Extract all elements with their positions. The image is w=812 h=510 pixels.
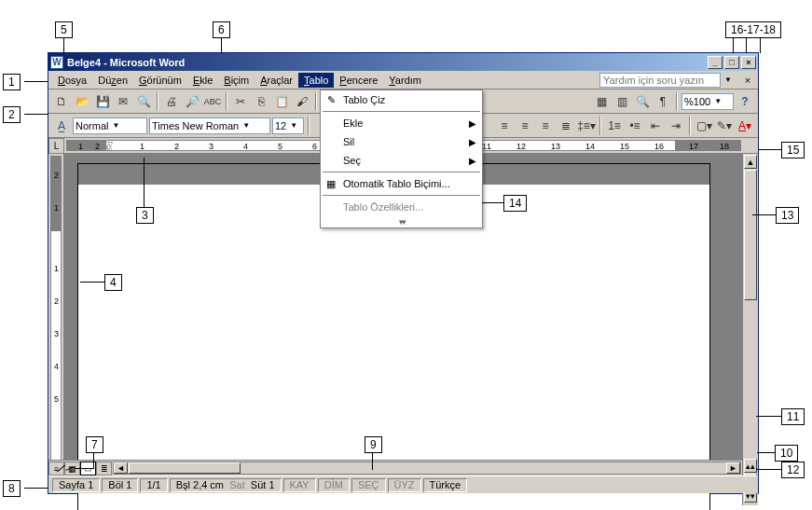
borders-icon[interactable]: ▢▾ (695, 117, 713, 135)
menu-araclar[interactable]: Araçlar (255, 73, 298, 88)
cut-icon[interactable]: ✂ (231, 92, 250, 111)
doc-map-icon[interactable]: 🔍 (633, 92, 652, 111)
annotation-9: 9 (365, 436, 382, 453)
open-icon[interactable]: 📂 (73, 92, 91, 111)
menu-pencere[interactable]: Pencere (334, 73, 383, 88)
menu-tablo[interactable]: Tablo (298, 73, 334, 88)
menu-item-sec[interactable]: Seç ▶ (321, 151, 482, 170)
print-preview-icon[interactable]: 🔎 (183, 92, 201, 111)
copy-icon[interactable]: ⎘ (252, 92, 270, 111)
font-value: Times New Roman (152, 120, 239, 131)
menu-item-tablo-ciz[interactable]: ✎ Tablo Çiz (321, 90, 482, 109)
annotation-5: 5 (55, 21, 73, 38)
status-position: Bşl 2,4 cm Sat Süt 1 (170, 478, 282, 492)
menu-gorunum[interactable]: Görünüm (133, 73, 187, 88)
app-window: W Belge4 - Microsoft Word _ □ × Dosya Dü… (48, 52, 759, 494)
zoom-value: %100 (684, 96, 710, 107)
menu-item-otomatik-tablo-bicimi[interactable]: ▦ Otomatik Tablo Biçimi... (321, 174, 482, 193)
left-indent-box-icon: ▫ (104, 143, 108, 151)
mail-icon[interactable]: ✉ (114, 92, 132, 111)
scroll-thumb[interactable] (744, 170, 757, 300)
help-search-input[interactable] (599, 73, 721, 88)
new-icon[interactable]: 🗋 (52, 92, 71, 111)
line-spacing-icon[interactable]: ‡≡▾ (577, 117, 596, 135)
scroll-left-button[interactable]: ◄ (114, 462, 128, 474)
maximize-button[interactable]: □ (724, 56, 739, 69)
font-color-icon[interactable]: A▾ (736, 117, 754, 135)
pencil-icon: ✎ (324, 93, 337, 106)
status-ovr[interactable]: ÜYZ (388, 478, 421, 492)
annotation-1: 1 (3, 74, 21, 90)
previous-page-button[interactable]: ▴▴ (744, 459, 757, 473)
help-icon[interactable]: ? (736, 92, 754, 111)
annotation-3: 3 (136, 207, 154, 224)
annotation-7: 7 (86, 436, 103, 453)
zoom-combo[interactable]: %100▼ (681, 93, 734, 110)
hscroll-thumb[interactable] (129, 462, 241, 474)
font-combo[interactable]: Times New Roman▼ (149, 117, 270, 134)
decrease-indent-icon[interactable]: ⇤ (646, 117, 665, 135)
annotation-2: 2 (3, 106, 21, 123)
numbering-icon[interactable]: 1≡ (605, 117, 624, 135)
annotation-15: 15 (781, 142, 805, 159)
save-icon[interactable]: 💾 (93, 92, 112, 111)
menu-dosya[interactable]: Dosya (52, 73, 92, 88)
style-value: Normal (76, 120, 108, 131)
tables-borders-icon[interactable]: ▦ (592, 92, 611, 111)
style-combo[interactable]: Normal▼ (73, 117, 147, 134)
bullets-icon[interactable]: •≡ (626, 117, 644, 135)
status-ext[interactable]: SEÇ (351, 478, 386, 492)
menu-item-sil[interactable]: Sil ▶ (321, 132, 482, 151)
normal-view-button[interactable]: ≡ (48, 462, 64, 476)
status-trk[interactable]: DİM (318, 478, 350, 492)
align-right-icon[interactable]: ≡ (536, 117, 555, 135)
annotation-13: 13 (776, 207, 799, 224)
increase-indent-icon[interactable]: ⇥ (667, 117, 685, 135)
help-dropdown-icon[interactable]: ▼ (724, 76, 732, 84)
spellcheck-icon[interactable]: ABC (203, 92, 222, 111)
menu-bicim[interactable]: Biçim (218, 73, 255, 88)
font-size-value: 12 (275, 120, 286, 131)
hscroll-row: ≡ ▦ ▭ ≣ ◄ ► (48, 460, 742, 476)
expand-menu-icon[interactable]: ▾▾ (321, 216, 482, 227)
submenu-arrow-icon: ▶ (469, 156, 476, 166)
tab-selector[interactable]: L (48, 138, 64, 154)
scroll-right-button[interactable]: ► (726, 462, 740, 474)
menu-item-ekle[interactable]: Ekle ▶ (321, 114, 482, 132)
status-language[interactable]: Türkçe (423, 478, 468, 492)
tablo-dropdown: ✎ Tablo Çiz Ekle ▶ Sil ▶ Seç ▶ ▦ Otomati… (320, 90, 483, 228)
align-left-icon[interactable]: ≡ (495, 117, 514, 135)
outline-view-button[interactable]: ≣ (96, 462, 112, 476)
scroll-up-button[interactable]: ▲ (744, 155, 757, 169)
menubar: Dosya Düzen Görünüm Ekle Biçim Araçlar T… (48, 71, 758, 90)
annotation-14: 14 (503, 195, 527, 212)
close-document-button[interactable]: × (741, 74, 754, 87)
status-rec[interactable]: KAY (283, 478, 316, 492)
menu-duzen[interactable]: Düzen (92, 73, 133, 88)
minimize-button[interactable]: _ (708, 56, 723, 69)
horizontal-scrollbar[interactable]: ◄ ► (113, 462, 741, 475)
submenu-arrow-icon: ▶ (469, 137, 476, 147)
menu-yardim[interactable]: Yardım (383, 73, 427, 88)
menu-ekle[interactable]: Ekle (187, 73, 218, 88)
titlebar: W Belge4 - Microsoft Word _ □ × (48, 53, 758, 71)
annotation-6: 6 (213, 21, 230, 38)
vertical-ruler[interactable]: 2 1 1 2 3 4 5 (48, 154, 64, 474)
columns-icon[interactable]: ▥ (612, 92, 631, 111)
format-painter-icon[interactable]: 🖌 (293, 92, 311, 111)
annotation-8: 8 (3, 480, 21, 497)
font-size-combo[interactable]: 12▼ (272, 117, 304, 134)
status-page-count: 1/1 (140, 478, 167, 492)
vertical-scrollbar[interactable]: ▲ ▼ (742, 154, 758, 474)
close-button[interactable]: × (741, 56, 756, 69)
highlight-icon[interactable]: ✎▾ (715, 117, 734, 135)
styles-pane-icon[interactable]: A̲ (52, 117, 71, 135)
paste-icon[interactable]: 📋 (272, 92, 291, 111)
menu-item-tablo-ozellikleri: Tablo Özellikleri... (321, 198, 482, 216)
search-doc-icon[interactable]: 🔍 (134, 92, 153, 111)
justify-icon[interactable]: ≣ (557, 117, 575, 135)
statusbar: Sayfa 1 Böl 1 1/1 Bşl 2,4 cm Sat Süt 1 K… (48, 476, 758, 493)
align-center-icon[interactable]: ≡ (516, 117, 534, 135)
print-icon[interactable]: 🖨 (162, 92, 181, 111)
show-marks-icon[interactable]: ¶ (654, 92, 672, 111)
